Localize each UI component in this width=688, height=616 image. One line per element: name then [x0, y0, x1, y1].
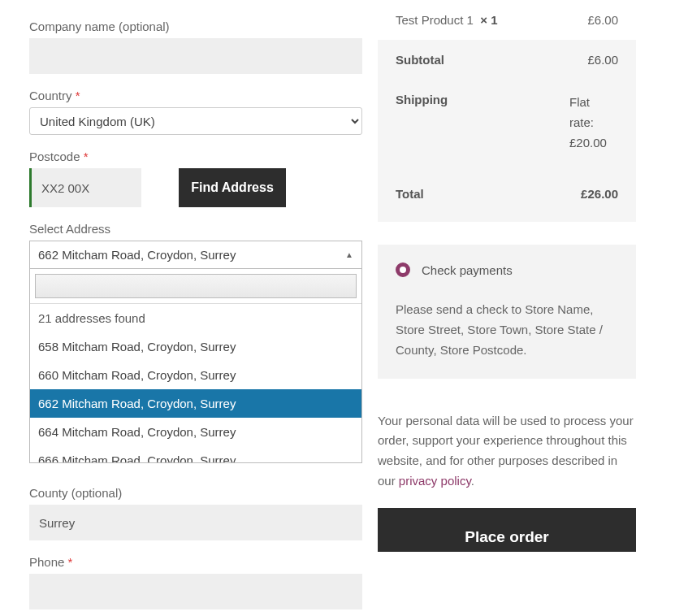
postcode-label: Postcode *: [29, 150, 361, 163]
find-address-button[interactable]: Find Address: [179, 168, 286, 207]
address-dropdown[interactable]: 662 Mitcham Road, Croydon, Surrey ▲ 21 a…: [29, 241, 362, 463]
radio-selected-icon: [396, 262, 410, 277]
address-option[interactable]: 660 Mitcham Road, Croydon, Surrey: [30, 361, 361, 389]
payment-method-box: Check payments Please send a check to St…: [378, 245, 636, 378]
phone-label: Phone *: [29, 555, 361, 569]
order-product-row: Test Product 1 × 1 £6.00: [378, 0, 636, 40]
address-option[interactable]: 664 Mitcham Road, Croydon, Surrey: [30, 418, 361, 446]
privacy-text: Your personal data will be used to proce…: [378, 411, 636, 492]
company-input[interactable]: [29, 38, 362, 74]
country-select[interactable]: United Kingdom (UK): [29, 107, 362, 135]
company-label: Company name (optional): [29, 20, 361, 33]
shipping-label: Shipping: [396, 93, 448, 106]
order-subtotal-row: Subtotal £6.00: [378, 40, 636, 80]
address-option[interactable]: 666 Mitcham Road, Croydon, Surrey: [30, 446, 361, 462]
address-option-selected[interactable]: 662 Mitcham Road, Croydon, Surrey: [30, 389, 361, 418]
subtotal-label: Subtotal: [396, 53, 444, 67]
shipping-value: Flat rate: £20.00: [569, 93, 618, 153]
product-price: £6.00: [587, 13, 618, 27]
payment-method-label: Check payments: [422, 263, 513, 277]
chevron-up-icon: ▲: [345, 241, 353, 268]
county-input[interactable]: [29, 505, 362, 540]
selected-address-value: 662 Mitcham Road, Croydon, Surrey: [38, 241, 236, 268]
address-list[interactable]: 21 addresses found 658 Mitcham Road, Cro…: [30, 304, 361, 462]
order-total-row: Total £26.00: [378, 166, 636, 222]
address-option[interactable]: 658 Mitcham Road, Croydon, Surrey: [30, 332, 361, 361]
payment-description: Please send a check to Store Name, Store…: [396, 300, 618, 360]
payment-radio-check[interactable]: Check payments: [396, 262, 618, 277]
order-summary: Test Product 1 × 1 £6.00 Subtotal £6.00 …: [378, 0, 636, 222]
address-search-input[interactable]: [35, 274, 357, 298]
product-name: Test Product 1 × 1: [396, 13, 498, 27]
total-label: Total: [396, 187, 424, 201]
order-shipping-row: Shipping Flat rate: £20.00: [378, 80, 636, 166]
subtotal-value: £6.00: [587, 53, 618, 67]
place-order-button[interactable]: Place order: [378, 508, 636, 552]
country-label: Country *: [29, 89, 361, 102]
address-found-header: 21 addresses found: [30, 304, 361, 332]
select-address-label: Select Address: [29, 222, 361, 236]
phone-input[interactable]: [29, 574, 362, 609]
privacy-policy-link[interactable]: privacy policy: [399, 474, 471, 488]
total-value: £26.00: [581, 187, 618, 201]
county-label: County (optional): [29, 486, 361, 500]
postcode-input[interactable]: [29, 168, 141, 207]
